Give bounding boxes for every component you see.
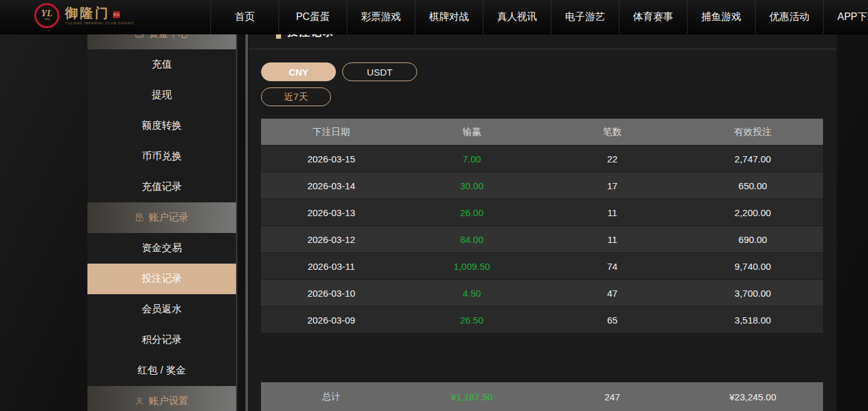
sidebar-item-label: 充值记录 [142,181,182,194]
table-row: 2026-03-1326.00112,200.00 [261,199,823,225]
nav-item[interactable]: 彩票游戏 [347,0,415,34]
nav-item[interactable]: 优惠活动 [755,0,823,34]
scrollbar[interactable] [245,34,248,411]
table-total-row: 总计 ¥1,187.50 247 ¥23,245.00 [261,382,823,411]
currency-tab-cny[interactable]: CNY [261,62,336,81]
table-row: 2026-03-157.00222,747.00 [261,145,823,172]
sidebar-item[interactable]: 币币兑换 [87,141,236,172]
sidebar-item-label: 资金交易 [142,242,182,255]
cell-valid: 3,700.00 [683,288,823,299]
cell-valid: 2,747.00 [683,154,823,164]
sidebar-item[interactable]: 资金交易 [87,233,236,264]
table-row: 2026-03-111,009.50749,740.00 [261,252,823,279]
sidebar-item[interactable]: 投注记录 [87,264,236,294]
sidebar-item-label: 红包 / 奖金 [137,364,185,377]
sidebar-item-label: 会员返水 [142,303,182,316]
cell-win: 30.00 [402,181,542,191]
main-panel: 投注记录 CNYUSDT 近7天 下注日期输赢笔数有效投注 2026-03-15… [249,19,837,411]
brand-seal-icon: 娱乐 [113,11,120,18]
cell-win: 4.50 [402,288,542,299]
sidebar-item-label: 币币兑换 [142,150,182,163]
sidebar-item[interactable]: 充值 [87,49,236,80]
cell-count: 22 [542,154,683,164]
table-row: 2026-03-104.50473,700.00 [261,279,823,306]
cell-count: 65 [542,315,683,325]
total-count-value: 247 [542,392,683,402]
cell-win: 7.00 [402,154,542,164]
column-header: 输赢 [402,126,542,138]
currency-tabs: CNYUSDT [261,62,417,81]
sidebar: 资金中心充值提现额度转换币币兑换充值记录账户记录资金交易投注记录会员返水积分记录… [87,19,237,411]
sidebar-item-label: 额度转换 [142,119,182,132]
sidebar-item-label: 账户记录 [149,211,189,224]
title-divider [249,49,837,49]
brand-text: 御隆门 娱乐 YULONG IMPERIAL CLUB CASINO [65,6,134,25]
brand-logo[interactable]: YL 〰 御隆门 娱乐 YULONG IMPERIAL CLUB CASINO [34,3,134,28]
brand-caption: YULONG IMPERIAL CLUB CASINO [65,21,134,25]
cell-count: 74 [542,261,683,272]
nav-item[interactable]: 真人视讯 [483,0,551,34]
cell-date: 2026-03-09 [261,315,402,325]
cell-win: 84.00 [402,234,542,245]
cell-date: 2026-03-14 [261,181,402,191]
table-row: 2026-03-0926.50653,518.00 [261,306,823,333]
sidebar-item-label: 积分记录 [142,334,182,347]
cell-date: 2026-03-13 [261,207,402,218]
nav-item[interactable]: 捕鱼游戏 [687,0,755,34]
cell-count: 11 [542,207,683,218]
cell-win: 26.00 [402,207,542,218]
cell-valid: 9,740.00 [683,261,823,272]
cell-valid: 650.00 [683,181,823,191]
sidebar-section-header: 账户记录 [87,202,236,233]
cell-valid: 2,200.00 [683,207,823,218]
sidebar-item[interactable]: 积分记录 [87,325,236,355]
cell-count: 47 [542,288,683,299]
nav-item[interactable]: APP下载 [823,0,868,34]
total-valid-bet-value: ¥23,245.00 [683,392,823,402]
date-range-button[interactable]: 近7天 [261,87,331,106]
sidebar-item[interactable]: 会员返水 [87,294,236,325]
title-marker-icon [276,34,281,39]
filters: CNYUSDT 近7天 [261,62,417,106]
sidebar-item-label: 投注记录 [142,272,182,285]
top-navbar: YL 〰 御隆门 娱乐 YULONG IMPERIAL CLUB CASINO … [0,0,868,34]
sidebar-item-label: 提现 [152,89,172,102]
nav-item[interactable]: PC蛋蛋 [279,0,347,34]
sidebar-item[interactable]: 额度转换 [87,111,236,141]
table-row: 2026-03-1430.0017650.00 [261,172,823,199]
cell-date: 2026-03-12 [261,234,402,245]
brand-emblem-icon: YL 〰 [34,3,59,28]
sidebar-item[interactable]: 红包 / 奖金 [87,355,236,386]
cell-date: 2026-03-10 [261,288,402,299]
sidebar-item-label: 充值 [152,58,172,71]
cell-win: 1,009.50 [402,261,542,272]
total-label: 总计 [261,391,402,403]
cell-count: 17 [542,181,683,191]
cell-valid: 3,518.00 [683,315,823,325]
nav-item[interactable]: 体育赛事 [619,0,687,34]
cell-count: 11 [542,234,683,245]
total-win-value: ¥1,187.50 [402,392,542,402]
column-header: 有效投注 [683,126,823,138]
nav-item[interactable]: 电子游艺 [551,0,619,34]
nav-item[interactable]: 首页 [210,0,279,34]
sidebar-item[interactable]: 提现 [87,80,236,111]
sidebar-item[interactable]: 充值记录 [87,172,236,202]
sidebar-section-header: 账户设置 [87,386,236,411]
nav-item[interactable]: 棋牌对战 [415,0,483,34]
table-header-row: 下注日期输赢笔数有效投注 [261,119,823,145]
cell-valid: 690.00 [683,234,823,245]
nav-menu: 首页PC蛋蛋彩票游戏棋牌对战真人视讯电子游艺体育赛事捕鱼游戏优惠活动APP下载 [210,0,868,34]
column-header: 笔数 [542,126,683,138]
table-row: 2026-03-1284.0011690.00 [261,225,823,252]
cell-date: 2026-03-15 [261,154,402,164]
currency-tab-usdt[interactable]: USDT [342,62,417,81]
brand-swash-icon: 〰 [44,17,49,22]
ledger-icon [135,213,144,222]
user-icon [135,397,144,406]
page: 资金中心充值提现额度转换币币兑换充值记录账户记录资金交易投注记录会员返水积分记录… [0,0,868,411]
cell-win: 26.50 [402,315,542,325]
table-body: 2026-03-157.00222,747.002026-03-1430.001… [261,145,823,333]
column-header: 下注日期 [261,126,402,138]
cell-date: 2026-03-11 [261,261,402,272]
